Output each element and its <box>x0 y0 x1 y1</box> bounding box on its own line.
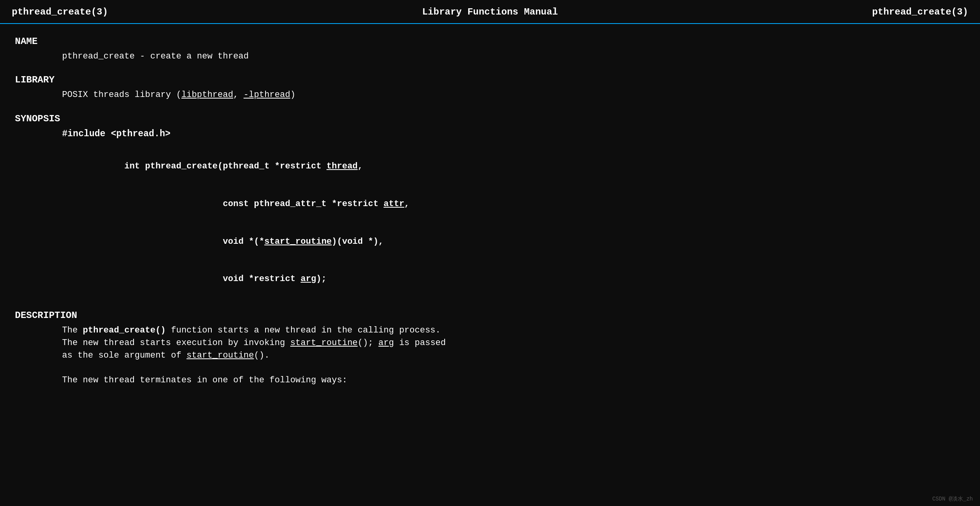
func-link4[interactable]: arg <box>300 274 316 284</box>
name-label: NAME <box>15 35 965 49</box>
para3-end: (). <box>254 351 270 360</box>
func-line2-end: , <box>404 199 409 209</box>
para1-prefix: The <box>62 325 83 335</box>
func-line4-end: ); <box>316 274 326 284</box>
func-line3-text: void *(* <box>124 237 264 247</box>
para2-link1[interactable]: start_routine <box>290 338 358 348</box>
header-right: pthread_create(3) <box>872 5 968 19</box>
synopsis-func-line1: int pthread_create(pthread_t *restrict t… <box>62 148 965 185</box>
para1-bold: pthread_create() <box>83 325 166 335</box>
content: NAME pthread_create - create a new threa… <box>0 24 980 406</box>
para4-text: The new thread terminates in one of the … <box>62 375 347 385</box>
para3-prefix: as the sole argument of <box>62 351 187 360</box>
description-body: The pthread_create() function starts a n… <box>15 324 965 387</box>
para2-mid: (); <box>358 338 379 348</box>
synopsis-include: #include <pthread.h> <box>62 128 965 141</box>
library-link1[interactable]: libpthread <box>181 90 233 100</box>
func-line2-text: const pthread_attr_t *restrict <box>124 199 383 209</box>
func-link2[interactable]: attr <box>384 199 405 209</box>
description-para1: The pthread_create() function starts a n… <box>62 324 965 337</box>
para2-link2[interactable]: arg <box>378 338 394 348</box>
synopsis-func-line3: void *(*start_routine)(void *), <box>62 223 965 261</box>
page-container: pthread_create(3) Library Functions Manu… <box>0 0 980 506</box>
description-label: DESCRIPTION <box>15 309 965 323</box>
name-body: pthread_create - create a new thread <box>15 50 965 63</box>
synopsis-func-line4: void *restrict arg); <box>62 260 965 298</box>
name-section: NAME pthread_create - create a new threa… <box>15 35 965 63</box>
func-line1-end: , <box>358 161 363 171</box>
library-label: LIBRARY <box>15 73 965 87</box>
description-para3: as the sole argument of start_routine(). <box>62 349 965 362</box>
description-para4: The new thread terminates in one of the … <box>62 374 965 387</box>
library-link2[interactable]: -lpthread <box>244 90 290 100</box>
synopsis-body: #include <pthread.h> int pthread_create(… <box>15 128 965 298</box>
library-suffix: ) <box>290 90 295 100</box>
para2-text: The new thread starts execution by invok… <box>62 338 290 348</box>
synopsis-func-line2: const pthread_attr_t *restrict attr, <box>62 185 965 223</box>
func-line1-text: int pthread_create(pthread_t *restrict <box>124 161 326 171</box>
library-comma: , <box>233 90 244 100</box>
para3-link[interactable]: start_routine <box>187 351 254 360</box>
description-section: DESCRIPTION The pthread_create() functio… <box>15 309 965 387</box>
header-left: pthread_create(3) <box>12 5 108 19</box>
synopsis-section: SYNOPSIS #include <pthread.h> int pthrea… <box>15 112 965 298</box>
library-body: POSIX threads library (libpthread, -lpth… <box>15 89 965 101</box>
para2-end: is passed <box>394 338 446 348</box>
func-link3[interactable]: start_routine <box>264 237 332 247</box>
library-section: LIBRARY POSIX threads library (libpthrea… <box>15 73 965 101</box>
synopsis-func: int pthread_create(pthread_t *restrict t… <box>62 148 965 298</box>
func-link1[interactable]: thread <box>326 161 357 171</box>
func-line3-end: )(void *), <box>332 237 384 247</box>
func-line4-text: void *restrict <box>124 274 300 284</box>
library-prefix: POSIX threads library ( <box>62 90 181 100</box>
watermark: CSDN @淡水_zh <box>932 495 973 503</box>
description-para2: The new thread starts execution by invok… <box>62 337 965 349</box>
header-center: Library Functions Manual <box>422 5 558 19</box>
synopsis-label: SYNOPSIS <box>15 112 965 126</box>
para1-mid: function starts a new thread in the call… <box>166 325 441 335</box>
header-bar: pthread_create(3) Library Functions Manu… <box>0 3 980 24</box>
